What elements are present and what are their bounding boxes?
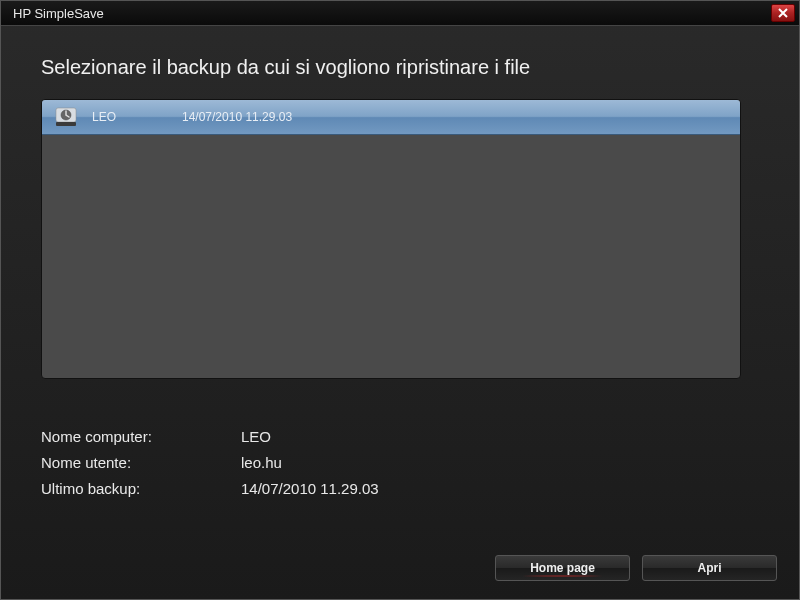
titlebar: HP SimpleSave <box>1 1 799 26</box>
user-label: Nome utente: <box>41 450 241 476</box>
detail-computer: Nome computer: LEO <box>41 424 759 450</box>
button-bar: Home page Apri <box>495 555 777 581</box>
computer-value: LEO <box>241 424 271 450</box>
drive-icon <box>54 105 78 129</box>
open-button-label: Apri <box>698 561 722 575</box>
detail-lastbackup: Ultimo backup: 14/07/2010 11.29.03 <box>41 476 759 502</box>
window-title: HP SimpleSave <box>13 6 104 21</box>
user-value: leo.hu <box>241 450 282 476</box>
content-area: Selezionare il backup da cui si vogliono… <box>1 26 799 522</box>
app-window: HP SimpleSave Selezionare il backup da c… <box>0 0 800 600</box>
backup-list[interactable]: LEO 14/07/2010 11.29.03 <box>41 99 741 379</box>
close-button[interactable] <box>771 4 795 22</box>
home-button-label: Home page <box>530 561 595 575</box>
backup-item-name: LEO <box>92 110 182 124</box>
lastbackup-value: 14/07/2010 11.29.03 <box>241 476 379 502</box>
detail-user: Nome utente: leo.hu <box>41 450 759 476</box>
home-button[interactable]: Home page <box>495 555 630 581</box>
close-icon <box>778 8 788 18</box>
page-heading: Selezionare il backup da cui si vogliono… <box>41 56 759 79</box>
svg-rect-2 <box>56 122 76 126</box>
backup-details: Nome computer: LEO Nome utente: leo.hu U… <box>41 424 759 502</box>
computer-label: Nome computer: <box>41 424 241 450</box>
backup-item-date: 14/07/2010 11.29.03 <box>182 110 292 124</box>
lastbackup-label: Ultimo backup: <box>41 476 241 502</box>
backup-list-item[interactable]: LEO 14/07/2010 11.29.03 <box>42 100 740 135</box>
open-button[interactable]: Apri <box>642 555 777 581</box>
